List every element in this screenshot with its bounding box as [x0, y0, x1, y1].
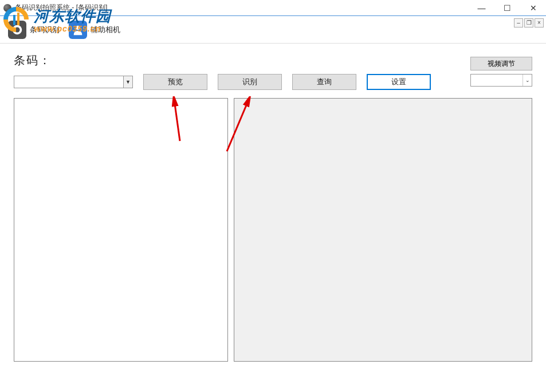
toolbar-camera-label: 辅助相机 [91, 25, 120, 35]
content-area: 条码： ▼ 预览 识别 查询 设置 视频调节 ⌄ [0, 44, 546, 367]
minimize-icon: — [478, 3, 486, 13]
chevron-down-icon[interactable]: ▼ [123, 76, 132, 88]
svg-point-3 [14, 27, 19, 32]
camera-select[interactable]: ⌄ [470, 74, 532, 87]
toolbar: 条码识别 辅助相机 [0, 16, 546, 44]
right-panel [234, 98, 532, 362]
svg-point-4 [76, 25, 80, 29]
panels [14, 98, 532, 362]
titlebar: 条码识别拍照系统 - [条码识别] — ☐ ✕ [0, 0, 546, 16]
barcode-input[interactable] [14, 76, 123, 88]
barcode-combo[interactable]: ▼ [14, 76, 133, 88]
controls-row: ▼ 预览 识别 查询 设置 视频调节 ⌄ [14, 74, 532, 90]
preview-button[interactable]: 预览 [143, 74, 207, 90]
settings-button[interactable]: 设置 [367, 74, 431, 90]
close-icon: ✕ [530, 3, 537, 13]
window-controls: — ☐ ✕ [469, 0, 546, 16]
query-button[interactable]: 查询 [292, 74, 356, 90]
right-controls: 视频调节 ⌄ [470, 57, 532, 87]
toolbar-barcode-label: 条码识别 [30, 25, 60, 35]
maximize-button[interactable]: ☐ [494, 0, 520, 16]
toolbar-item-camera[interactable]: 辅助相机 [65, 18, 124, 41]
minimize-button[interactable]: — [469, 0, 494, 16]
video-adjust-button[interactable]: 视频调节 [470, 57, 532, 70]
window-title: 条码识别拍照系统 - [条码识别] [15, 3, 107, 13]
maximize-icon: ☐ [504, 3, 511, 13]
user-icon [69, 21, 87, 39]
barcode-icon [8, 21, 26, 39]
close-button[interactable]: ✕ [520, 0, 546, 16]
recognize-button[interactable]: 识别 [218, 74, 282, 90]
barcode-label: 条码： [14, 53, 52, 68]
chevron-down-icon[interactable]: ⌄ [523, 75, 532, 86]
left-panel [14, 98, 228, 362]
toolbar-item-barcode[interactable]: 条码识别 [5, 18, 63, 41]
app-icon [3, 4, 11, 12]
